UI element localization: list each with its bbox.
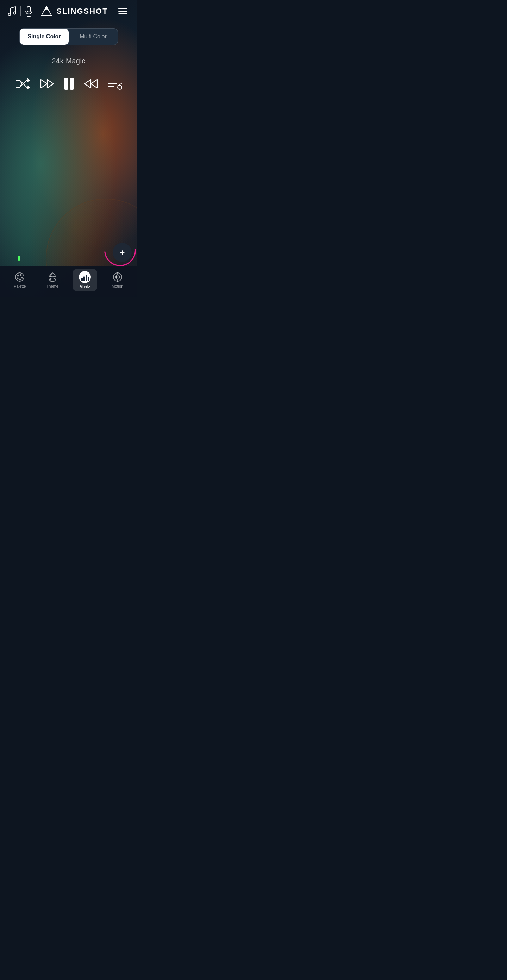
nav-label-theme: Theme: [46, 284, 59, 288]
svg-rect-19: [83, 276, 85, 281]
svg-rect-6: [70, 78, 73, 90]
svg-rect-18: [81, 278, 83, 281]
motion-icon: [112, 272, 123, 282]
nav-item-motion[interactable]: Motion: [105, 270, 130, 290]
header: SLINGSHOT: [0, 0, 137, 22]
nav-item-theme[interactable]: Theme: [40, 270, 65, 290]
nav-item-music[interactable]: Music: [73, 269, 97, 291]
add-icon: +: [120, 247, 124, 258]
header-left: [7, 6, 33, 16]
svg-point-13: [20, 274, 22, 276]
app-container: SLINGSHOT Single Color Multi Color 24k M…: [0, 0, 137, 297]
svg-rect-5: [64, 78, 68, 90]
svg-point-14: [21, 277, 23, 279]
playlist-icon: [107, 78, 123, 90]
shuffle-icon: [15, 78, 31, 90]
nav-label-motion: Motion: [112, 284, 123, 288]
bottom-navigation: Palette Theme Music: [0, 266, 137, 297]
microphone-icon[interactable]: [25, 6, 33, 16]
svg-rect-21: [88, 277, 89, 281]
playlist-button[interactable]: [104, 75, 125, 93]
pause-icon: [63, 77, 75, 91]
logo-icon: [40, 5, 53, 18]
song-title: 24k Magic: [0, 51, 137, 68]
svg-point-12: [17, 275, 19, 277]
app-name: SLINGSHOT: [56, 7, 108, 16]
svg-point-15: [19, 279, 21, 280]
rewind-icon: [40, 78, 55, 90]
rewind-button[interactable]: [37, 75, 58, 93]
app-logo: SLINGSHOT: [40, 5, 108, 18]
fast-forward-button[interactable]: [80, 75, 101, 93]
shuffle-button[interactable]: [12, 75, 34, 93]
music-nav-icon: [79, 271, 91, 283]
svg-rect-20: [86, 275, 87, 281]
nav-label-palette: Palette: [14, 284, 26, 288]
single-color-option[interactable]: Single Color: [20, 29, 69, 45]
add-button[interactable]: +: [113, 243, 132, 262]
svg-point-16: [17, 278, 19, 280]
hamburger-icon: [118, 8, 128, 14]
header-divider: [21, 6, 21, 16]
nav-item-palette[interactable]: Palette: [7, 270, 32, 290]
nav-label-music: Music: [80, 285, 91, 289]
multi-color-option[interactable]: Multi Color: [69, 29, 118, 45]
fast-forward-icon: [83, 78, 99, 90]
music-note-icon[interactable]: [7, 6, 16, 16]
svg-rect-2: [27, 6, 30, 12]
palette-icon: [14, 272, 25, 282]
pause-button[interactable]: [61, 74, 78, 93]
playback-controls: [0, 68, 137, 99]
svg-point-10: [118, 85, 122, 89]
theme-icon: [47, 272, 58, 282]
menu-button[interactable]: [115, 5, 130, 17]
toggle-pill: Single Color Multi Color: [19, 28, 118, 45]
green-indicator: [18, 256, 20, 261]
color-mode-toggle: Single Color Multi Color: [0, 22, 137, 51]
